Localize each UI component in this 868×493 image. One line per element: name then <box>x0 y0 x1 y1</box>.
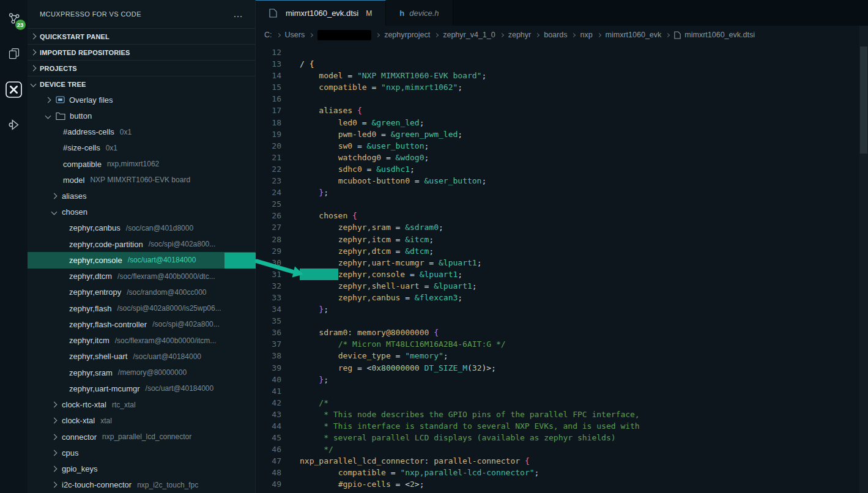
tree-item-zephyr-dtcm[interactable]: zephyr,dtcm/soc/flexram@400b0000/dtc... <box>28 269 255 284</box>
code-line-48[interactable]: 48 compatible = "nxp,parallel-lcd-connec… <box>256 467 859 478</box>
code-line-36[interactable]: 36 sdram0: memory@80000000 { <box>256 327 859 338</box>
code-line-42[interactable]: 42 /* <box>256 397 859 409</box>
chevron-right-icon[interactable] <box>51 402 57 408</box>
code-line-19[interactable]: 19 pwm-led0 = &green_pwm_led; <box>256 128 859 140</box>
code-line-25[interactable]: 25 <box>256 198 859 210</box>
tree-item-clock-xtal[interactable]: clock-xtalxtal <box>28 413 255 429</box>
breadcrumb-item-zephyrproject[interactable]: zephyrproject <box>384 31 430 39</box>
chevron-down-icon[interactable] <box>45 113 51 119</box>
chevron-right-icon[interactable] <box>51 418 57 424</box>
code-line-17[interactable]: 17 aliases { <box>256 105 859 116</box>
tree-item-zephyr-console[interactable]: zephyr,console/soc/uart@40184000 <box>28 252 255 268</box>
code-line-18[interactable]: 18 led0 = &green_led; <box>256 117 859 128</box>
tree-item-zephyr-code-partition[interactable]: zephyr,code-partition/soc/spi@402a800... <box>28 236 255 252</box>
code-line-39[interactable]: 39 reg = <0x80000000 DT_SIZE_M(32)>; <box>256 362 859 374</box>
code-line-15[interactable]: 15 compatible = "nxp,mimxrt1062"; <box>256 81 859 93</box>
breadcrumb-item-nxp[interactable]: nxp <box>580 31 592 39</box>
tree-item-aliases[interactable]: aliases <box>28 188 255 204</box>
tree-item-model[interactable]: modelNXP MIMXRT1060-EVK board <box>28 172 255 188</box>
code-line-14[interactable]: 14 model = "NXP MIMXRT1060-EVK board"; <box>256 70 859 81</box>
code-line-29[interactable]: 29 zephyr,dtcm = &dtcm; <box>256 245 859 257</box>
tree-item-cpus[interactable]: cpus <box>28 445 255 461</box>
code-line-47[interactable]: 47nxp_parallel_lcd_connector: parallel-c… <box>256 455 859 467</box>
tree-item-zephyr-entropy[interactable]: zephyr,entropy/soc/random@400cc000 <box>28 284 255 300</box>
tree-item-zephyr-itcm[interactable]: zephyr,itcm/soc/flexram@400b0000/itcm... <box>28 333 255 349</box>
line-number: 45 <box>256 432 281 443</box>
vertical-scrollbar[interactable] <box>859 26 868 493</box>
tab-mimxrt1060-evk-dtsi[interactable]: mimxrt1060_evk.dtsi M <box>256 0 386 26</box>
section-device-tree[interactable]: DEVICE TREE <box>28 76 255 92</box>
code-line-26[interactable]: 26 chosen { <box>256 210 859 221</box>
chevron-right-icon[interactable] <box>51 450 57 456</box>
tab-device-h[interactable]: h device.h <box>386 0 453 26</box>
tree-item-label: cpus <box>62 448 78 458</box>
chevron-right-icon[interactable] <box>51 482 57 488</box>
code-line-23[interactable]: 23 mcuboot-button0 = &user_button; <box>256 175 859 187</box>
scrollbar-thumb[interactable] <box>860 46 867 154</box>
breadcrumb-item-file[interactable]: mimxrt1060_evk.dtsi <box>684 31 755 39</box>
code-line-38[interactable]: 38 device_type = "memory"; <box>256 350 859 361</box>
code-line-32[interactable]: 32 zephyr,shell-uart = &lpuart1; <box>256 280 859 292</box>
code-line-43[interactable]: 43 * This node describes the GPIO pins o… <box>256 409 859 420</box>
breadcrumb-item-zephyr-v4-1-0[interactable]: zephyr_v4_1_0 <box>443 31 495 39</box>
section-projects[interactable]: PROJECTS <box>28 60 255 76</box>
mcuxpresso-x-icon[interactable] <box>4 80 24 99</box>
chevron-right-icon[interactable] <box>45 97 51 103</box>
code-line-33[interactable]: 33 zephyr,canbus = &flexcan3; <box>256 292 859 303</box>
code-line-31[interactable]: 31 zephyr,console = &lpuart1; <box>256 269 859 280</box>
tree-item--address-cells[interactable]: #address-cells0x1 <box>28 124 255 139</box>
tree-item-zephyr-flash[interactable]: zephyr,flash/soc/spi@402a8000/is25wp06..… <box>28 300 255 316</box>
code-line-40[interactable]: 40 }; <box>256 374 859 385</box>
tree-item-zephyr-flash-controller[interactable]: zephyr,flash-controller/soc/spi@402a800.… <box>28 316 255 332</box>
section-imported-repositories[interactable]: IMPORTED REPOSITORIES <box>28 44 255 60</box>
code-line-27[interactable]: 27 zephyr,sram = &sdram0; <box>256 221 859 233</box>
organization-icon[interactable]: 23 <box>4 9 24 28</box>
code-line-28[interactable]: 28 zephyr,itcm = &itcm; <box>256 234 859 245</box>
code-line-49[interactable]: 49 #gpio-cells = <2>; <box>256 478 859 490</box>
debug-icon[interactable] <box>4 115 24 135</box>
tree-item--size-cells[interactable]: #size-cells0x1 <box>28 140 255 156</box>
code-line-35[interactable]: 35 <box>256 315 859 327</box>
tree-item-gpio-keys[interactable]: gpio_keys <box>28 461 255 476</box>
code-line-16[interactable]: 16 <box>256 93 859 105</box>
tree-item-clock-rtc-xtal[interactable]: clock-rtc-xtalrtc_xtal <box>28 396 255 412</box>
breadcrumb-item-redacted-username[interactable] <box>317 30 371 40</box>
code-line-34[interactable]: 34 }; <box>256 303 859 315</box>
code-line-12[interactable]: 12 <box>256 46 859 58</box>
code-line-41[interactable]: 41 <box>256 385 859 397</box>
chevron-right-icon[interactable] <box>51 466 57 472</box>
breadcrumb-item-drive[interactable]: C: <box>264 31 272 39</box>
code-line-20[interactable]: 20 sw0 = &user_button; <box>256 140 859 152</box>
tree-item-i2c-touch-connector[interactable]: i2c-touch-connectornxp_i2c_touch_fpc <box>28 477 255 493</box>
breadcrumb-item-board-folder[interactable]: mimxrt1060_evk <box>606 31 662 39</box>
tree-item-compatible[interactable]: compatiblenxp,mimxrt1062 <box>28 156 255 172</box>
chevron-right-icon[interactable] <box>51 193 57 199</box>
code-line-45[interactable]: 45 * several parallel LCD displays (avai… <box>256 432 859 443</box>
tree-item-value: /soc/uart@40184000 <box>128 256 196 264</box>
more-actions-icon[interactable]: … <box>231 10 245 18</box>
breadcrumb-item-users[interactable]: Users <box>285 31 305 39</box>
code-line-46[interactable]: 46 */ <box>256 443 859 455</box>
tree-item-zephyr-canbus[interactable]: zephyr,canbus/soc/can@401d8000 <box>28 220 255 236</box>
pages-icon[interactable] <box>4 44 24 64</box>
code-line-13[interactable]: 13/ { <box>256 58 859 70</box>
code-editor[interactable]: 1213/ {14 model = "NXP MIMXRT1060-EVK bo… <box>256 44 859 493</box>
code-line-30[interactable]: 30 zephyr,uart-mcumgr = &lpuart1; <box>256 257 859 269</box>
tree-item-zephyr-uart-mcumgr[interactable]: zephyr,uart-mcumgr/soc/uart@40184000 <box>28 380 255 396</box>
chevron-right-icon[interactable] <box>51 434 57 440</box>
chevron-down-icon[interactable] <box>51 209 57 215</box>
code-line-22[interactable]: 22 sdhc0 = &usdhc1; <box>256 163 859 175</box>
section-quickstart-panel[interactable]: QUICKSTART PANEL <box>28 28 255 44</box>
tree-item-button[interactable]: button <box>28 108 255 124</box>
code-line-21[interactable]: 21 watchdog0 = &wdog0; <box>256 152 859 163</box>
tree-item-chosen[interactable]: chosen <box>28 204 255 220</box>
breadcrumb-item-boards[interactable]: boards <box>544 31 567 39</box>
code-line-24[interactable]: 24 }; <box>256 187 859 198</box>
tree-item-zephyr-sram[interactable]: zephyr,sram/memory@80000000 <box>28 365 255 380</box>
code-line-44[interactable]: 44 * This interface is standard to sever… <box>256 420 859 432</box>
tree-item-zephyr-shell-uart[interactable]: zephyr,shell-uart/soc/uart@40184000 <box>28 349 255 365</box>
tree-item-connector[interactable]: connectornxp_parallel_lcd_connector <box>28 429 255 445</box>
tree-item-overlay-files[interactable]: Overlay files <box>28 92 255 108</box>
breadcrumb-item-zephyr[interactable]: zephyr <box>508 31 532 39</box>
code-line-37[interactable]: 37 /* Micron MT48LC16M16A2B4-6AIT:G */ <box>256 338 859 350</box>
